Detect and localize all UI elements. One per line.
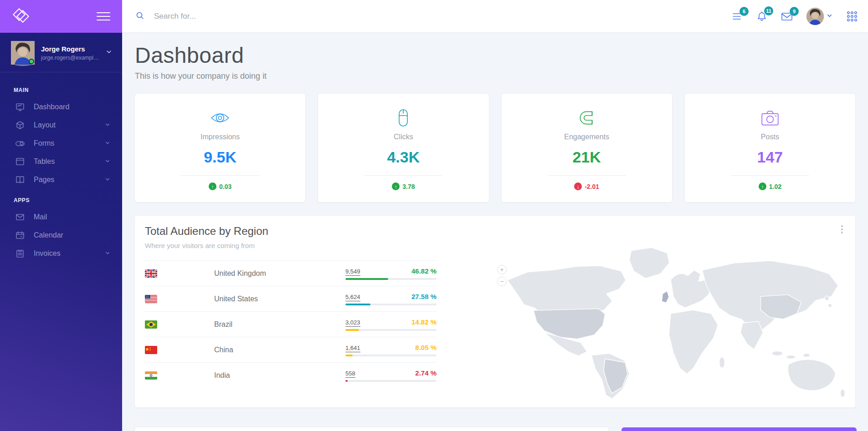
apps-grid-icon[interactable] [846, 10, 858, 22]
audience-percent: 27.58 % [411, 293, 437, 300]
sidebar: Jorge Rogers jorge.rogers@example.co... … [0, 0, 122, 431]
toggle-icon [15, 139, 25, 148]
china-flag-icon [145, 346, 157, 354]
engagements-card: Engagements 21K ↓ -2.01 [502, 94, 672, 202]
progress-bar [345, 355, 437, 356]
stat-delta-value: 1.02 [769, 183, 781, 190]
stat-label: Engagements [502, 133, 672, 141]
progress-bar [345, 304, 437, 305]
stat-value: 147 [685, 148, 855, 166]
card-menu-kebab-icon[interactable] [838, 224, 846, 235]
uk-flag-icon [145, 269, 157, 278]
notifications-badge: 11 [764, 6, 773, 15]
box-icon [15, 121, 25, 130]
notifications-bell-icon[interactable]: 11 [756, 11, 767, 22]
tasks-list-icon[interactable]: 6 [732, 11, 743, 21]
nav-section-main: MAIN [14, 87, 122, 93]
brazil-flag-icon [145, 320, 157, 329]
map-zoom-out-button[interactable]: − [497, 277, 507, 286]
india-flag-icon [145, 371, 157, 380]
map-greenland [629, 248, 669, 279]
audience-value: 5,624 [345, 294, 360, 301]
audience-table: United Kingdom 9,549 46.82 % [145, 260, 437, 388]
sidebar-item-layout[interactable]: Layout [0, 116, 122, 134]
invoice-icon [15, 249, 25, 258]
map-united-kingdom [662, 291, 669, 303]
map-australia [788, 360, 835, 390]
sidebar-item-dashboard[interactable]: Dashboard [0, 98, 122, 116]
stat-delta-value: -2.01 [585, 183, 599, 190]
audience-value: 3,023 [345, 319, 360, 327]
audience-value: 9,549 [345, 268, 360, 276]
monitor-icon [15, 102, 25, 112]
country-name: Brazil [204, 320, 345, 329]
account-menu[interactable] [806, 8, 832, 25]
table-row: India 558 2.74 % [145, 362, 437, 388]
sidebar-item-mail[interactable]: Mail [0, 208, 122, 226]
user-profile[interactable]: Jorge Rogers jorge.rogers@example.co... [0, 33, 122, 72]
stat-value: 4.3K [318, 148, 488, 166]
eye-icon [135, 107, 305, 128]
brand-logo-icon[interactable] [12, 8, 30, 25]
search-input[interactable] [154, 12, 345, 21]
clicks-card: Clicks 4.3K ↑ 3.78 [318, 94, 488, 202]
topbar: 6 11 9 [122, 0, 868, 33]
app-root: Jorge Rogers jorge.rogers@example.co... … [0, 0, 868, 431]
audience-percent: 2.74 % [415, 369, 437, 377]
us-flag-icon [145, 295, 157, 303]
arrow-up-circle-icon: ↑ [392, 183, 400, 190]
sidebar-item-forms[interactable]: Forms [0, 134, 122, 152]
bottom-left-card-partial [135, 427, 609, 431]
table-icon [15, 157, 25, 166]
sidebar-item-calendar[interactable]: Calendar [0, 226, 122, 244]
progress-bar [345, 278, 437, 280]
sidebar-item-invoices[interactable]: Invoices [0, 244, 122, 263]
country-name: United States [204, 295, 345, 303]
profile-chevron-down-icon [106, 49, 112, 57]
sidebar-toggle-hamburger-icon[interactable] [97, 10, 110, 23]
account-chevron-down-icon [827, 12, 832, 20]
tasks-badge: 6 [740, 7, 749, 16]
sidebar-item-pages[interactable]: Pages [0, 171, 122, 189]
country-name: United Kingdom [204, 269, 345, 278]
sidebar-nav: MAIN Dashboard Layout Forms [0, 72, 122, 263]
table-row: Brazil 3,023 14.82 % [145, 311, 437, 337]
online-status-dot [29, 59, 34, 64]
country-name: India [204, 371, 345, 380]
map-zoom-in-button[interactable]: + [497, 265, 507, 274]
chevron-down-icon [105, 249, 110, 258]
sidebar-item-tables[interactable]: Tables [0, 152, 122, 171]
mail-icon [15, 213, 25, 222]
posts-card: Posts 147 ↑ 1.02 [685, 94, 855, 202]
stat-delta-value: 3.78 [402, 183, 415, 190]
main-area: 6 11 9 [122, 0, 868, 431]
logo-block [0, 0, 122, 33]
country-name: China [204, 346, 345, 354]
audience-percent: 8.05 % [415, 344, 437, 351]
table-row: United Kingdom 9,549 46.82 % [145, 260, 437, 286]
page-content: Dashboard This is how your company is do… [122, 33, 868, 431]
stat-delta-value: 0.03 [219, 183, 231, 190]
messages-mail-icon[interactable]: 9 [781, 11, 793, 21]
audience-percent: 14.82 % [411, 318, 437, 326]
page-title: Dashboard [135, 43, 855, 68]
audience-value: 558 [345, 370, 355, 378]
user-name: Jorge Rogers [41, 45, 103, 53]
impressions-card: Impressions 9.5K ↑ 0.03 [135, 94, 305, 202]
audience-value: 1,641 [345, 345, 360, 352]
arrow-down-circle-icon: ↓ [574, 183, 582, 190]
chevron-down-icon [105, 139, 110, 147]
user-avatar [11, 41, 35, 65]
camera-icon [685, 107, 855, 128]
progress-bar [345, 329, 437, 331]
messages-badge: 9 [790, 7, 799, 16]
audience-percent: 46.82 % [411, 267, 437, 275]
chevron-down-icon [105, 176, 110, 184]
audience-card-title: Total Audience by Region [145, 225, 845, 238]
book-icon [15, 175, 25, 184]
topbar-avatar [806, 8, 824, 25]
mouse-icon [318, 107, 488, 128]
chevron-down-icon [105, 121, 110, 129]
search-icon[interactable] [136, 11, 144, 21]
stat-label: Posts [685, 133, 855, 141]
